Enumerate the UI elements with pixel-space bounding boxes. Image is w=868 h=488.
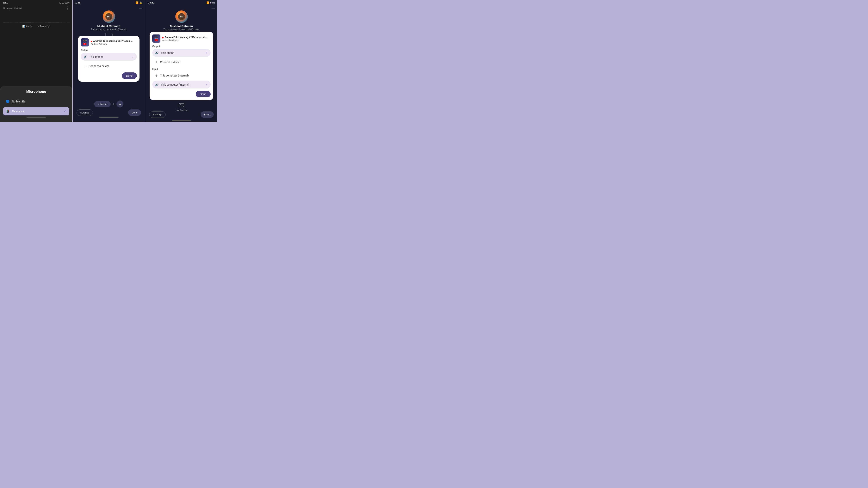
signal-icon: ▲: [62, 1, 64, 4]
this-phone-label-2: This phone: [89, 55, 103, 58]
audio-icon: 📊: [22, 25, 25, 28]
media-expand-2[interactable]: ▲: [117, 100, 123, 107]
profile-name-3: Mishaal Rahman: [170, 24, 193, 28]
live-caption-label: Live Caption: [176, 109, 187, 111]
input-option-1-3[interactable]: 🎙 This computer (internal): [152, 72, 211, 79]
bluetooth-device-icon: 🔵: [6, 100, 10, 103]
early-label-3: EARLY: [155, 36, 158, 38]
battery-3-label: 56%: [210, 1, 215, 4]
input-section-label-3: Input: [152, 68, 211, 70]
live-caption-icon: CC: [179, 103, 184, 108]
media-tabs: 📊 Audio ≡ Transcript: [0, 24, 72, 29]
output-panel-2: EARLY RELEASE ▶ Android 16 is coming VER…: [78, 36, 140, 82]
status-icons-1: ⬡ ▲ WiFi: [59, 1, 69, 4]
mic-option-nothing-ear-label: Nothing Ear: [12, 100, 26, 103]
home-indicator-3: [172, 120, 191, 121]
phone-3: 13:51 📶 56% ⋯ MR Mishaal Rahman The best…: [145, 0, 217, 122]
episode-author-2: Android Authority: [91, 43, 133, 45]
device-mic-icon: 📱: [6, 109, 10, 113]
episode-thumbnail-3: EARLY RELEASE: [152, 34, 160, 42]
time-1: 2:51: [3, 1, 8, 4]
output-panel-3: EARLY RELEASE ▶ Android 16 is coming VER…: [150, 32, 213, 100]
mic-option-device-mic[interactable]: 📱 Device mic ✓: [3, 107, 69, 116]
wifi-icon: WiFi: [65, 1, 69, 4]
tab-audio[interactable]: 📊 Audio: [22, 25, 32, 28]
done-bottom-button-3[interactable]: Done: [201, 111, 214, 118]
episode-thumb-inner: EARLY RELEASE: [81, 38, 89, 46]
time-2: 1:48: [75, 1, 81, 4]
output-section-label-2: Output: [81, 49, 137, 52]
profile-subtitle-3: The best source for Android OS news.: [163, 28, 199, 30]
status-bar-1: 2:51 ⬡ ▲ WiFi: [0, 0, 72, 5]
episode-title-3: Android 16 is coming VERY soon, MU...: [165, 36, 208, 39]
done-button-3[interactable]: Done: [196, 91, 211, 97]
media-dot-2: [113, 103, 114, 104]
tab-transcript[interactable]: ≡ Transcript: [38, 25, 50, 28]
volume-icon-2: 🔊: [84, 55, 87, 59]
release-label: RELEASE: [83, 42, 87, 42]
connect-device-label-2: Connect a device: [89, 64, 110, 68]
svg-text:CC: CC: [180, 104, 182, 106]
episode-title-2: Android 16 is coming VERY soon, ...: [93, 40, 133, 43]
status-bar-2: 1:48 📶 🔒: [73, 0, 145, 5]
media-pill-2[interactable]: ♪ Media: [94, 101, 111, 107]
check-icon-input-3: ✓: [206, 83, 208, 86]
bottom-buttons-2: Settings Done: [73, 109, 145, 116]
output-section-label-3: Output: [152, 45, 211, 47]
input-option-1-label-3: This computer (internal): [160, 74, 189, 77]
music-icon-2: ♪: [98, 103, 99, 105]
avatar-face: MR: [105, 13, 113, 20]
notification-time: Monday at 2:50 PM ⋮: [0, 5, 72, 11]
youtube-icon-3: ▶: [162, 36, 164, 38]
mic-option-nothing-ear[interactable]: 🔵 Nothing Ear: [3, 97, 69, 105]
media-controls-2: ♪ Media ▲ Settings Done: [73, 100, 145, 118]
episode-author-3: Android Authority: [162, 39, 208, 41]
check-icon-2: ✓: [131, 55, 134, 59]
plus-icon-3: ＋: [155, 60, 158, 64]
more-options-icon-3[interactable]: ⋯: [212, 7, 215, 10]
transcript-icon: ≡: [38, 25, 39, 28]
connect-device-3[interactable]: ＋ Connect a device: [152, 58, 211, 66]
connect-device-2[interactable]: ＋ Connect a device: [81, 62, 137, 70]
profile-section-3: ⋯ MR Mishaal Rahman The best source for …: [145, 5, 217, 30]
mic-input-icon-3: 🎙: [155, 74, 158, 77]
episode-header-2: EARLY RELEASE ▶ Android 16 is coming VER…: [81, 38, 137, 46]
episode-info-3: ▶ Android 16 is coming VERY soon, MU... …: [162, 36, 208, 41]
output-this-phone-3[interactable]: 🔊 This phone ✓: [152, 49, 211, 57]
input-option-2-label-3: This computer (internal): [161, 83, 189, 86]
episode-info-2: ▶ Android 16 is coming VERY soon, ... An…: [91, 40, 133, 45]
more-options-icon[interactable]: ⋯: [139, 7, 142, 10]
avatar-2: MR: [103, 10, 115, 23]
phone-2: 1:48 📶 🔒 ⋯ MR Mishaal Rahman The best so…: [73, 0, 145, 122]
done-button-2[interactable]: Done: [122, 72, 137, 79]
release-label-3: RELEASE: [155, 38, 158, 39]
avatar-3: MR: [175, 10, 188, 23]
output-this-phone-2[interactable]: 🔊 This phone ✓: [81, 53, 137, 61]
wifi-2-icon: 🔒: [139, 1, 142, 4]
youtube-icon-2: ▶: [91, 40, 92, 42]
avatar-image-3: MR: [175, 10, 188, 23]
avatar-image: MR: [103, 10, 115, 23]
notification-dots-icon[interactable]: ⋮: [66, 6, 69, 10]
mic-sheet-title: Microphone: [3, 90, 69, 94]
status-icons-2: 📶 🔒: [135, 1, 142, 4]
episode-header-3: EARLY RELEASE ▶ Android 16 is coming VER…: [152, 34, 211, 42]
episode-thumbnail-2: EARLY RELEASE: [81, 38, 89, 46]
home-indicator-1: [27, 117, 46, 118]
profile-name-2: Mishaal Rahman: [97, 24, 120, 28]
media-label-2: Media: [100, 103, 107, 105]
selected-checkmark: ✓: [64, 109, 66, 113]
media-row-2: ♪ Media ▲: [73, 100, 145, 107]
early-label: EARLY: [83, 40, 87, 41]
settings-button-3[interactable]: Settings: [149, 111, 166, 118]
bluetooth-icon: ⬡: [59, 1, 61, 4]
settings-button-2[interactable]: Settings: [76, 109, 93, 116]
plus-icon-2: ＋: [84, 64, 87, 68]
time-3: 13:51: [148, 1, 154, 4]
signal-2-icon: 📶: [135, 1, 138, 4]
volume-icon-3: 🔊: [155, 51, 159, 55]
input-option-2-3[interactable]: 🔊 This computer (internal) ✓: [152, 80, 211, 89]
connect-device-label-3: Connect a device: [160, 61, 181, 64]
done-bottom-button-2[interactable]: Done: [128, 109, 141, 116]
home-indicator-2: [99, 117, 119, 118]
